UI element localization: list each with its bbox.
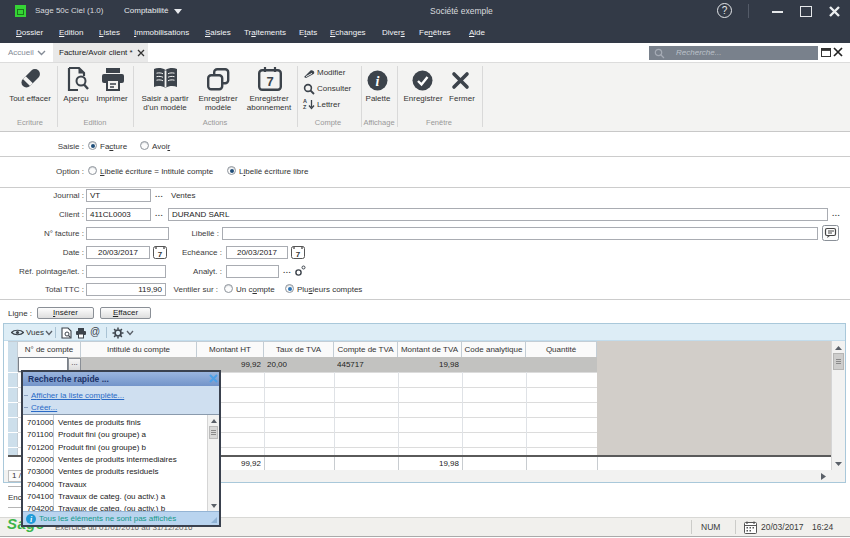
svg-text:7: 7	[266, 74, 273, 89]
svg-text:i: i	[376, 74, 380, 89]
svg-text:7: 7	[296, 250, 301, 259]
